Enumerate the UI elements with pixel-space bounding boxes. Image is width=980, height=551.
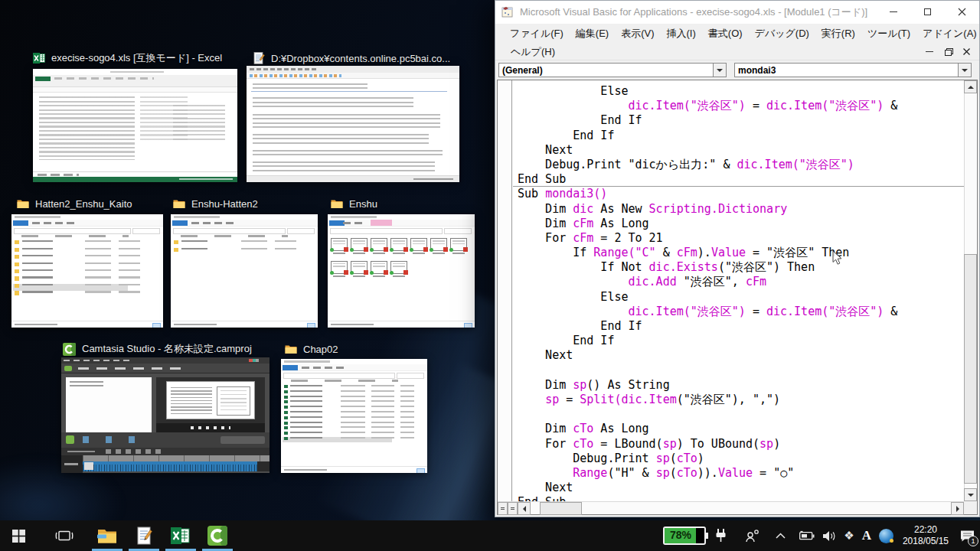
taskview-thumbnail-enshu-hatten2[interactable] xyxy=(171,214,318,328)
code-line[interactable] xyxy=(518,364,964,378)
mdi-minimize-button[interactable] xyxy=(923,45,936,57)
full-module-view-button[interactable] xyxy=(508,502,518,515)
menu-item[interactable]: 編集(E) xyxy=(570,24,615,43)
ime-mode-button[interactable]: A xyxy=(858,520,875,551)
object-combo[interactable]: (General) xyxy=(498,63,727,77)
menu-item[interactable]: ファイル(F) xyxy=(504,24,570,43)
menu-item[interactable]: デバッグ(D) xyxy=(749,24,815,43)
code-line[interactable]: Dim cFm As Long xyxy=(518,217,964,231)
taskview-thumbnail-camtasia[interactable] xyxy=(61,357,270,473)
code-line[interactable]: sp = Split(dic.Item("渋谷区"), ",") xyxy=(518,393,964,407)
taskbar-file-explorer[interactable] xyxy=(89,520,126,551)
code-line[interactable]: End Sub xyxy=(518,495,964,501)
tray-app-button[interactable] xyxy=(875,520,897,551)
taskview-title-enshu[interactable]: Enshu xyxy=(331,196,377,211)
code-line[interactable]: Sub mondai3() xyxy=(518,187,964,201)
window-title: Enshu-Hatten2 xyxy=(191,198,258,210)
taskbar-excel[interactable] xyxy=(162,520,199,551)
file-caption xyxy=(353,276,365,277)
code-line[interactable]: For cTo = LBound(sp) To UBound(sp) xyxy=(518,437,964,452)
menu-item[interactable]: アドイン(A) xyxy=(916,24,980,43)
taskview-title-chap02[interactable]: Chap02 xyxy=(285,341,338,357)
horizontal-scrollbar-thumb[interactable] xyxy=(540,502,582,515)
procedure-combo[interactable]: mondai3 xyxy=(734,63,972,77)
menu-item[interactable]: 実行(R) xyxy=(815,24,861,43)
code-line[interactable]: Debug.Print "dicから出力:" & dic.Item("渋谷区") xyxy=(518,158,964,172)
scroll-down-button[interactable] xyxy=(964,488,977,501)
code-line[interactable]: Range("H" & sp(cTo)).Value = "○" xyxy=(518,466,964,481)
taskview-thumbnail-hatten2[interactable] xyxy=(11,214,163,328)
task-view-button[interactable] xyxy=(46,520,83,551)
file-caption xyxy=(413,253,425,254)
code-line[interactable]: If Not dic.Exists("渋谷区") Then xyxy=(518,260,964,275)
tray-battery-button[interactable] xyxy=(795,520,818,551)
mdi-close-button[interactable] xyxy=(959,45,973,57)
horizontal-scrollbar[interactable] xyxy=(498,501,964,514)
code-margin-indicator-bar[interactable] xyxy=(498,80,512,501)
code-line[interactable]: End If xyxy=(518,334,964,348)
menu-item[interactable]: ツール(T) xyxy=(861,24,916,43)
taskbar-clock[interactable]: 22:20 2018/05/15 xyxy=(897,524,954,547)
code-lines[interactable]: Else dic.Item("渋谷区") = dic.Item("渋谷区") &… xyxy=(513,80,964,501)
taskview-title-hatten2-enshu-kaito[interactable]: Hatten2_Enshu_Kaito xyxy=(17,196,132,211)
thumb-titlebar xyxy=(171,214,318,220)
code-line[interactable] xyxy=(518,407,964,422)
menu-item[interactable]: 挿入(I) xyxy=(661,24,702,43)
combo-dropdown-button[interactable] xyxy=(958,64,971,77)
taskview-title-textdoc[interactable]: D:¥Dropbox¥contents.online.pc5bai.co... xyxy=(253,51,450,66)
code-line[interactable]: Next xyxy=(518,481,964,495)
code-line[interactable]: For cFm = 2 To 21 xyxy=(518,231,964,246)
vbe-titlebar[interactable]: Microsoft Visual Basic for Applications … xyxy=(495,1,979,24)
taskview-thumbnail-excel[interactable] xyxy=(33,69,237,182)
tray-overflow-button[interactable] xyxy=(772,520,789,551)
code-line[interactable]: dic.Item("渋谷区") = dic.Item("渋谷区") & xyxy=(518,305,964,319)
taskview-title-excel[interactable]: execise-sogo4.xls [互換モード] - Excel xyxy=(33,51,222,66)
maximize-button[interactable] xyxy=(910,1,945,23)
code-line[interactable]: Debug.Print sp(cTo) xyxy=(518,452,964,466)
triangle-up-icon xyxy=(968,86,974,89)
code-line[interactable]: dic.Add "渋谷区", cFm xyxy=(518,275,964,289)
code-line[interactable]: End If xyxy=(518,129,964,143)
taskview-thumbnail-chap02[interactable] xyxy=(281,359,427,473)
taskbar-text-editor[interactable] xyxy=(126,520,162,551)
scroll-track[interactable] xyxy=(582,502,951,514)
code-line[interactable]: Dim dic As New Scripting.Dictionary xyxy=(518,202,964,217)
vertical-scrollbar[interactable] xyxy=(964,80,977,501)
dropbox-button[interactable]: ❖ xyxy=(840,520,858,551)
scroll-right-button[interactable] xyxy=(951,502,964,515)
taskview-thumbnail-enshu[interactable] xyxy=(328,214,475,328)
close-button[interactable] xyxy=(945,1,979,23)
playhead xyxy=(84,462,93,470)
file-explorer-icon xyxy=(97,527,117,544)
vertical-scrollbar-thumb[interactable] xyxy=(964,254,977,484)
taskview-title-camtasia[interactable]: Camtasia Studio - 名称未設定.camproj xyxy=(63,341,252,357)
minimize-button[interactable] xyxy=(876,1,910,23)
code-line[interactable]: End Sub xyxy=(518,172,964,187)
combo-dropdown-button[interactable] xyxy=(713,64,726,77)
code-line[interactable]: Dim sp() As String xyxy=(518,378,964,393)
taskview-thumbnail-textdoc[interactable] xyxy=(247,66,459,182)
folder-icon xyxy=(173,198,185,209)
procedure-view-button[interactable] xyxy=(498,502,508,515)
code-line[interactable]: Next xyxy=(518,348,964,363)
code-line[interactable]: Dim cTo As Long xyxy=(518,422,964,436)
menu-item[interactable]: 表示(V) xyxy=(615,24,660,43)
code-line[interactable]: If Range("C" & cFm).Value = "渋谷区" Then xyxy=(518,246,964,260)
action-center-button[interactable]: 1 xyxy=(954,520,980,551)
people-button[interactable] xyxy=(741,520,764,551)
code-line[interactable]: Next xyxy=(518,143,964,158)
code-line[interactable]: Else xyxy=(518,84,964,99)
volume-button[interactable] xyxy=(818,520,840,551)
taskbar-camtasia[interactable] xyxy=(199,520,236,551)
code-line[interactable]: End If xyxy=(518,113,964,128)
start-button[interactable] xyxy=(0,520,37,551)
taskview-title-enshu-hatten2[interactable]: Enshu-Hatten2 xyxy=(173,196,258,211)
scroll-left-button[interactable] xyxy=(518,502,531,515)
menu-item[interactable]: 書式(O) xyxy=(702,24,749,43)
code-line[interactable]: Else xyxy=(518,290,964,305)
code-line[interactable]: End If xyxy=(518,319,964,334)
scroll-up-button[interactable] xyxy=(964,80,977,93)
code-line[interactable]: dic.Item("渋谷区") = dic.Item("渋谷区") & xyxy=(518,99,964,113)
menu-item-help[interactable]: ヘルプ(H) xyxy=(505,43,561,61)
mdi-restore-button[interactable] xyxy=(941,45,955,57)
